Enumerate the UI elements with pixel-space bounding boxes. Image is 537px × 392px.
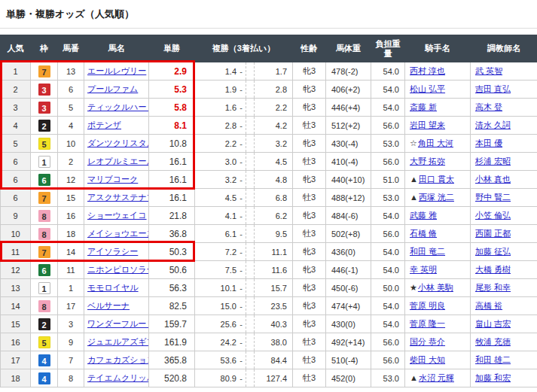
trainer-name-link[interactable]: 大橋 勇樹 — [475, 265, 511, 274]
trainer-name-link[interactable]: 和田 雄二 — [475, 355, 511, 364]
jockey-cell: 菅原 隆一 — [405, 315, 471, 333]
waku-badge: 7 — [38, 246, 50, 258]
win-odds-value: 50.6 — [169, 265, 187, 275]
trainer-name-link[interactable]: 牧浦 充徳 — [475, 337, 511, 346]
horse-name-cell: ダンツクリスタル — [84, 135, 149, 153]
table-row: 612レオプルミエール16.13.0-4.5牡3410(-4)56.0大野 拓弥… — [1, 153, 537, 171]
waku-badge: 3 — [38, 102, 50, 114]
horse-name-link[interactable]: プールファム — [87, 84, 138, 93]
trainer-name-link[interactable]: 杉浦 宏昭 — [475, 156, 511, 166]
trainer-name-link[interactable]: 畠山 吉宏 — [475, 319, 511, 328]
jockey-name-link[interactable]: 国分 恭介 — [410, 337, 445, 346]
waku-cell: 3 — [31, 81, 58, 99]
jockey-name-link[interactable]: 松山 弘平 — [410, 84, 445, 93]
waku-badge: 8 — [38, 228, 50, 240]
sex-age-cell: 牡3 — [293, 333, 326, 351]
jockey-name-link[interactable]: 小林 美駒 — [418, 283, 453, 292]
win-odds-value: 5.3 — [174, 84, 187, 95]
sex-age-cell: 牝3 — [293, 261, 326, 279]
win-odds-value: 16.1 — [169, 175, 187, 185]
jockey-name-link[interactable]: 西村 淳也 — [410, 66, 445, 75]
horse-name-link[interactable]: マリブコーク — [87, 175, 138, 184]
place-odds-dash: - — [236, 67, 246, 76]
load-weight-cell: 56.0 — [371, 351, 405, 369]
waku-cell: 8 — [31, 297, 58, 315]
waku-badge: 6 — [38, 174, 50, 186]
trainer-name-link[interactable]: 西園 正都 — [475, 229, 511, 238]
jockey-name-link[interactable]: 菅原 隆一 — [410, 319, 445, 328]
horse-name-link[interactable]: メイショウエース — [87, 229, 149, 238]
sex-age-cell: 牡3 — [293, 153, 326, 171]
sex-age-cell: 牡3 — [293, 117, 326, 135]
horse-name-link[interactable]: アイソラシー — [87, 247, 138, 256]
horse-name-link[interactable]: ダンツクリスタル — [87, 138, 149, 147]
horse-name-link[interactable]: エールレヴリー — [87, 66, 146, 75]
trainer-name-link[interactable]: 加藤 征弘 — [475, 247, 511, 256]
jockey-name-link[interactable]: 武藤 雅 — [410, 211, 437, 220]
trainer-name-link[interactable]: 吉田 直弘 — [475, 84, 511, 93]
trainer-name-link[interactable]: 武 英智 — [475, 66, 502, 75]
horse-name-link[interactable]: カフェカズショコラ — [87, 355, 149, 364]
place-odds-dash: - — [236, 85, 246, 94]
jockey-name-link[interactable]: 角田 大河 — [418, 138, 453, 147]
horse-name-link[interactable]: ベルサーナ — [87, 301, 130, 310]
place-odds-high: 38.0 — [255, 338, 292, 347]
waku-badge: 2 — [38, 318, 50, 330]
win-odds-cell: 5.3 — [149, 81, 195, 99]
sex-age-cell: 牝3 — [293, 243, 326, 261]
place-odds-low: 3.2 — [195, 175, 236, 184]
horse-name-link[interactable]: ティックルハート — [87, 102, 149, 111]
horse-name-link[interactable]: モモロイヤル — [87, 283, 139, 292]
trainer-name-link[interactable]: 清水 久詞 — [475, 120, 511, 129]
horse-name-link[interactable]: アスクサステナブル — [87, 193, 149, 202]
place-odds-low: 6.1 — [195, 229, 236, 239]
load-weight-cell: 50.0 — [371, 279, 405, 297]
load-weight-cell: 54.0 — [371, 315, 405, 333]
trainer-name-link[interactable]: 小林 真也 — [475, 175, 511, 184]
jockey-name-link[interactable]: 柴田 大知 — [410, 355, 445, 364]
load-weight-cell: 56.0 — [371, 153, 405, 171]
horse-weight-cell: 510(-4) — [326, 351, 371, 369]
horse-name-cell: プールファム — [84, 81, 149, 99]
place-odds-low: 7.5 — [195, 266, 236, 275]
place-odds-low: 1.4 — [195, 67, 236, 76]
horse-name-link[interactable]: テイエムクリッパー — [87, 373, 149, 382]
column-header-trainer: 調教師名 — [471, 35, 537, 62]
win-odds-value: 56.3 — [169, 283, 187, 293]
horse-name-link[interactable]: ニホンピロソラーナ — [87, 265, 149, 274]
win-odds-cell: 56.3 — [149, 279, 195, 297]
horse-name-link[interactable]: ジュエルアズギフト — [87, 337, 149, 346]
trainer-name-link[interactable]: 小笠 倫弘 — [475, 211, 511, 220]
jockey-cell: 石橋 脩 — [405, 225, 471, 243]
jockey-name-link[interactable]: 岩田 望来 — [410, 120, 445, 129]
jockey-name-link[interactable]: 菅原 明良 — [410, 301, 445, 310]
jockey-name-link[interactable]: 大野 拓弥 — [410, 156, 445, 166]
win-odds-cell: 8.1 — [149, 117, 195, 135]
jockey-name-link[interactable]: 石橋 脩 — [410, 229, 437, 238]
horse-name-link[interactable]: レオプルミエール — [87, 156, 149, 166]
place-odds-cell: 1.4-1.7 — [195, 62, 293, 81]
waku-cell: 7 — [31, 189, 58, 207]
horse-name-link[interactable]: ポテンザ — [87, 120, 121, 129]
place-odds-separator — [246, 243, 255, 260]
trainer-name-link[interactable]: 高橋 裕 — [475, 301, 502, 310]
horse-name-link[interactable]: ショーウェイコ — [87, 211, 147, 220]
jockey-name-link[interactable]: 幸 英明 — [410, 265, 437, 274]
jockey-name-link[interactable]: 和田 竜二 — [410, 247, 445, 256]
trainer-name-link[interactable]: 高木 登 — [475, 102, 502, 111]
sex-age-cell: 牡3 — [293, 225, 326, 243]
trainer-name-link[interactable]: 尾形 和幸 — [475, 283, 511, 292]
win-odds-cell: 5.8 — [149, 99, 195, 117]
trainer-name-link[interactable]: 加藤 和宏 — [475, 373, 511, 382]
jockey-name-link[interactable]: 斎藤 新 — [410, 102, 437, 111]
horse-number-cell: 4 — [58, 117, 84, 135]
place-odds-separator — [246, 225, 255, 242]
trainer-name-link[interactable]: 本田 優 — [475, 138, 502, 147]
trainer-name-link[interactable]: 野中 賢二 — [475, 193, 511, 202]
place-odds-dash: - — [236, 103, 246, 112]
jockey-name-link[interactable]: 田口 貫太 — [419, 175, 454, 184]
horse-name-link[interactable]: ワンダーフルーリ — [87, 319, 149, 328]
jockey-cell: 岩田 望来 — [405, 117, 471, 135]
jockey-name-link[interactable]: 水沼 元輝 — [419, 373, 454, 382]
jockey-name-link[interactable]: 西塚 洸二 — [419, 193, 454, 202]
